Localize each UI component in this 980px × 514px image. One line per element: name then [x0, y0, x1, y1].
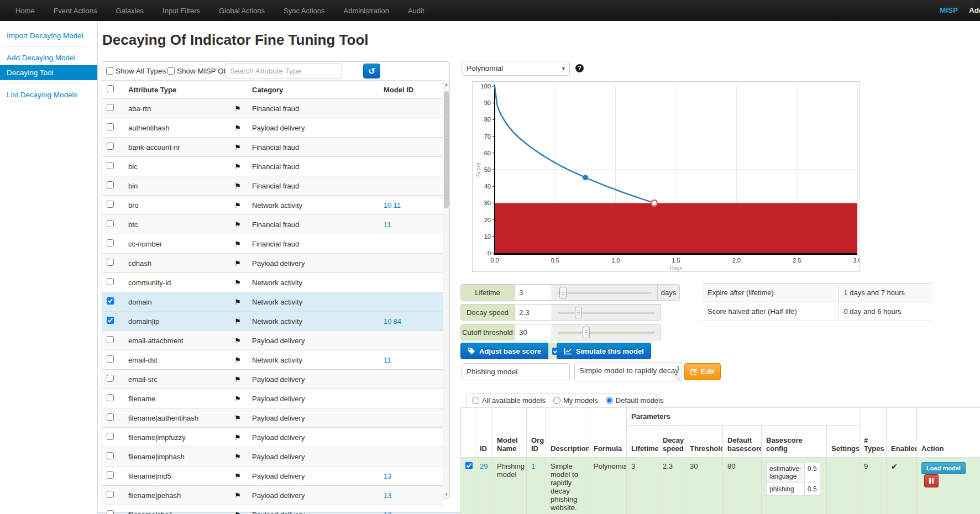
flag-icon[interactable]: ⚑ [234, 259, 241, 268]
attribute-table-scrollbar[interactable]: ▲ ▼ [443, 80, 449, 498]
flag-icon[interactable]: ⚑ [234, 491, 241, 500]
flag-icon[interactable]: ⚑ [234, 182, 241, 190]
attribute-row-aba-rtn[interactable]: ⚑aba-rtnFinancial fraud [102, 99, 443, 118]
sidebar-item-add-decaying-model[interactable]: Add Decaying Model [0, 50, 97, 65]
model-id-link[interactable]: 84 [393, 317, 401, 326]
model-row-checkbox[interactable] [465, 462, 473, 469]
attribute-row-bank-account-nr[interactable]: ⚑bank-account-nrFinancial fraud [102, 138, 443, 157]
radio-label[interactable]: Default models [616, 396, 664, 405]
model-row-29[interactable]: 29Phishing model1Simple model to rapidly… [461, 458, 980, 514]
model-id-cell[interactable]: 29 [475, 458, 492, 514]
row-checkbox[interactable] [107, 104, 114, 111]
attribute-row-cdhash[interactable]: ⚑cdhashPayload delivery [102, 254, 443, 273]
attribute-row-domain[interactable]: ⚑domainNetwork activity [102, 292, 443, 312]
attribute-row-filename|sha1[interactable]: ⚑filename|sha1Payload delivery13 [102, 505, 443, 514]
model-description-textarea[interactable]: Simple model to rapidly decay ▲▼ [574, 363, 682, 381]
row-checkbox[interactable] [107, 375, 114, 382]
cutoff-threshold-input[interactable] [515, 324, 552, 340]
flag-icon[interactable]: ⚑ [234, 337, 241, 345]
flag-icon[interactable]: ⚑ [234, 143, 241, 151]
scroll-up-arrow[interactable]: ▲ [443, 80, 449, 88]
flag-icon[interactable]: ⚑ [234, 511, 241, 514]
org-id-link[interactable]: 1 [531, 462, 535, 470]
flag-icon[interactable]: ⚑ [234, 104, 241, 113]
row-checkbox[interactable] [107, 336, 114, 343]
org-id-cell[interactable]: 1 [527, 458, 546, 514]
row-checkbox[interactable] [107, 143, 114, 150]
nav-item-input-filters[interactable]: Input Filters [163, 7, 200, 15]
model-id-link[interactable]: 11 [384, 356, 391, 364]
nav-item-sync-actions[interactable]: Sync Actions [284, 7, 324, 15]
flag-icon[interactable]: ⚑ [234, 279, 241, 287]
attribute-row-filename|imphash[interactable]: ⚑filename|imphashPayload delivery [102, 447, 443, 466]
model-id-link[interactable]: 11 [393, 201, 401, 209]
search-attribute-input[interactable] [225, 64, 342, 78]
slider-track[interactable] [558, 312, 655, 314]
row-checkbox[interactable] [107, 162, 114, 169]
flag-icon[interactable]: ⚑ [234, 395, 241, 403]
flag-icon[interactable]: ⚑ [234, 298, 241, 306]
radio-default-models[interactable] [606, 397, 613, 404]
row-checkbox[interactable] [107, 123, 114, 130]
flag-icon[interactable]: ⚑ [234, 201, 241, 209]
model-id-link[interactable]: 13 [384, 491, 391, 500]
radio-label[interactable]: My models [563, 396, 598, 405]
radio-my-models[interactable] [553, 397, 560, 404]
slider-thumb[interactable] [583, 327, 590, 338]
row-checkbox[interactable] [107, 317, 114, 324]
row-checkbox[interactable] [107, 394, 114, 401]
row-checkbox[interactable] [107, 433, 114, 440]
row-checkbox[interactable] [107, 491, 114, 498]
flag-icon[interactable]: ⚑ [234, 472, 241, 480]
attribute-row-cc-number[interactable]: ⚑cc-numberFinancial fraud [102, 234, 443, 254]
row-checkbox[interactable] [107, 452, 114, 459]
row-checkbox[interactable] [107, 355, 114, 363]
attribute-row-filename|md5[interactable]: ⚑filename|md5Payload delivery13 [102, 466, 443, 486]
model-id-link[interactable]: 10 [384, 317, 391, 326]
row-checkbox[interactable] [107, 259, 114, 266]
slider[interactable] [552, 285, 657, 300]
show-all-types-checkbox[interactable] [106, 67, 113, 75]
model-id-link[interactable]: 29 [480, 462, 488, 470]
attribute-row-filename[interactable]: ⚑filenamePayload delivery [102, 389, 443, 408]
model-name-input[interactable] [462, 363, 570, 380]
flag-icon[interactable]: ⚑ [234, 221, 241, 229]
attribute-row-bro[interactable]: ⚑broNetwork activity1011 [102, 196, 443, 215]
slider-track[interactable] [558, 332, 655, 334]
row-checkbox[interactable] [107, 201, 114, 208]
flag-icon[interactable]: ⚑ [234, 414, 241, 422]
attribute-row-filename|pehash[interactable]: ⚑filename|pehashPayload delivery13 [102, 486, 443, 505]
scrollbar-thumb[interactable] [444, 91, 449, 208]
textarea-resize-handle[interactable] [675, 375, 680, 380]
flag-icon[interactable]: ⚑ [234, 433, 241, 442]
nav-item-home[interactable]: Home [15, 7, 35, 15]
attribute-row-email-dst[interactable]: ⚑email-dstNetwork activity11 [102, 350, 443, 370]
model-id-link[interactable]: 11 [384, 221, 391, 229]
reset-search-button[interactable]: ↺ [363, 64, 380, 78]
row-checkbox[interactable] [107, 239, 114, 246]
attribute-row-bic[interactable]: ⚑bicFinancial fraud [102, 157, 443, 176]
scroll-down-arrow[interactable]: ▼ [443, 490, 449, 498]
adjust-base-score-button[interactable]: Adjust base score [460, 343, 548, 359]
action-cell[interactable]: Load model [917, 458, 980, 514]
nav-item-event-actions[interactable]: Event Actions [54, 7, 97, 15]
slider[interactable] [552, 324, 661, 340]
decay-chart-svg[interactable]: 01020304050607080901000.00.51.01.52.02.5… [473, 82, 860, 271]
pause-model-button[interactable] [924, 474, 939, 487]
flag-icon[interactable]: ⚑ [234, 375, 241, 384]
attribute-row-email-attachment[interactable]: ⚑email-attachmentPayload delivery [102, 331, 443, 350]
model-id-link[interactable]: 13 [384, 511, 391, 514]
sidebar-item-decaying-tool[interactable]: Decaying Tool [0, 65, 97, 80]
row-checkbox[interactable] [107, 510, 114, 514]
sidebar-item-list-decaying-models[interactable]: List Decaying Models [0, 87, 97, 102]
load-model-button[interactable]: Load model [921, 462, 966, 474]
lifetime-input[interactable] [515, 285, 552, 300]
slider[interactable] [552, 305, 661, 320]
misp-brand-link[interactable]: MISP [940, 6, 958, 14]
radio-all-available-models[interactable] [472, 397, 479, 404]
flag-icon[interactable]: ⚑ [234, 453, 241, 461]
attribute-row-community-id[interactable]: ⚑community-idNetwork activity [102, 273, 443, 292]
cutoff-point[interactable] [651, 200, 657, 206]
flag-icon[interactable]: ⚑ [234, 317, 241, 326]
attribute-row-email-src[interactable]: ⚑email-srcPayload delivery [102, 370, 443, 389]
